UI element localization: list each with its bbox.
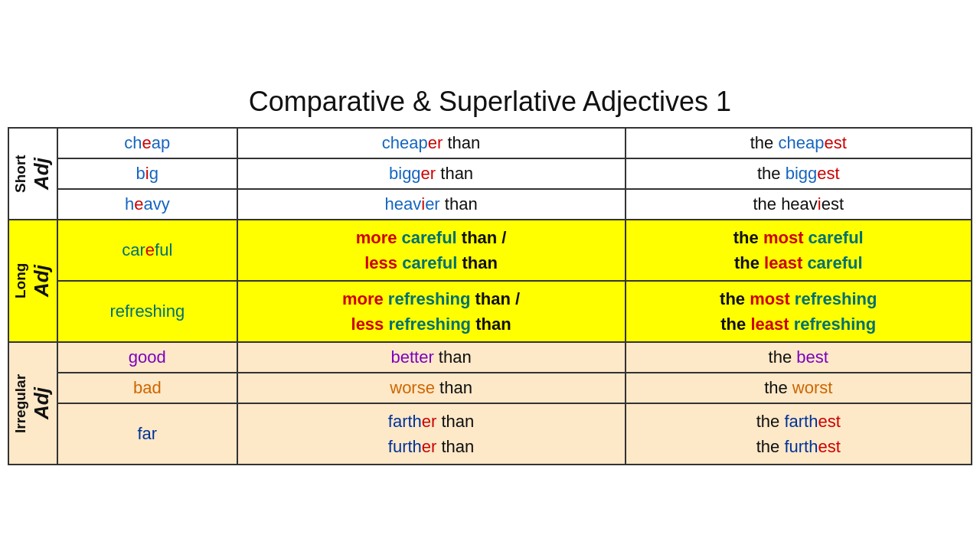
comparative-cell: heavier than — [237, 189, 626, 220]
table-row: bad worse than the worst — [8, 373, 972, 403]
short-adj-label: Short Adj — [8, 128, 57, 220]
adjective-cell: bad — [57, 373, 237, 403]
table-row: Irregular Adj good better than the best — [8, 342, 972, 373]
comparative-cell: worse than — [237, 373, 626, 403]
table-row: refreshing more refreshing than / less r… — [8, 281, 972, 342]
table-row: Short Adj cheap cheaper than the cheapes… — [8, 128, 972, 158]
adjective-cell: careful — [57, 220, 237, 281]
superlative-cell: the biggest — [626, 158, 972, 189]
superlative-cell: the heaviest — [626, 189, 972, 220]
adjective-cell: refreshing — [57, 281, 237, 342]
comparative-cell: cheaper than — [237, 128, 626, 158]
comparative-cell: bigger than — [237, 158, 626, 189]
superlative-cell: the cheapest — [626, 128, 972, 158]
adjective-cell: cheap — [57, 128, 237, 158]
superlative-cell: the most refreshing the least refreshing — [626, 281, 972, 342]
superlative-cell: the most careful the least careful — [626, 220, 972, 281]
superlative-cell: the worst — [626, 373, 972, 403]
comparative-cell: farther than further than — [237, 403, 626, 465]
adjective-cell: far — [57, 403, 237, 465]
table-row: heavy heavier than the heaviest — [8, 189, 972, 220]
comparative-cell: better than — [237, 342, 626, 373]
adjectives-table: Short Adj cheap cheaper than the cheapes… — [8, 127, 972, 465]
comparative-cell: more careful than / less careful than — [237, 220, 626, 281]
adjective-cell: heavy — [57, 189, 237, 220]
table-row: big bigger than the biggest — [8, 158, 972, 189]
superlative-cell: the farthest the furthest — [626, 403, 972, 465]
table-row: far farther than further than the farthe… — [8, 403, 972, 465]
adjective-cell: big — [57, 158, 237, 189]
adjective-cell: good — [57, 342, 237, 373]
comparative-cell: more refreshing than / less refreshing t… — [237, 281, 626, 342]
page-title: Comparative & Superlative Adjectives 1 — [8, 86, 972, 118]
long-adj-label: Long Adj — [8, 220, 57, 342]
superlative-cell: the best — [626, 342, 972, 373]
table-row: Long Adj careful more careful than / les… — [8, 220, 972, 281]
irregular-adj-label: Irregular Adj — [8, 342, 57, 465]
